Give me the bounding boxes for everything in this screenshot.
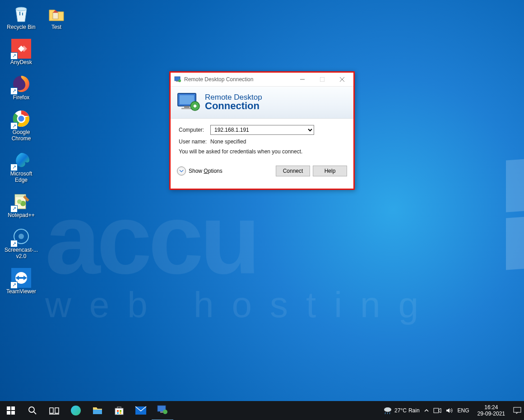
- shortcut-arrow-icon: ↗: [10, 52, 18, 60]
- connect-button[interactable]: Connect: [276, 166, 310, 176]
- help-button[interactable]: Help: [313, 166, 347, 176]
- svg-line-32: [34, 412, 36, 414]
- store-icon: [114, 405, 125, 416]
- dialog-titlebar[interactable]: Remote Desktop Connection: [171, 73, 353, 87]
- taskbar-app-rdc[interactable]: [152, 401, 173, 420]
- start-button[interactable]: [0, 401, 22, 420]
- svg-line-49: [387, 412, 388, 414]
- remote-desktop-connection-dialog: Remote Desktop Connection Remote Desktop…: [169, 71, 355, 190]
- taskbar-app-edge[interactable]: [65, 401, 87, 420]
- screencast-icon: ↗: [11, 226, 31, 246]
- taskbar-search-button[interactable]: [22, 401, 43, 420]
- desktop-icon-test-folder[interactable]: Test: [39, 4, 74, 31]
- rdc-icon: [157, 405, 168, 415]
- svg-rect-39: [117, 410, 119, 412]
- meet-now-icon: [433, 407, 441, 414]
- desktop-icon-screencast[interactable]: ↗ Screencast-... v2.0: [4, 226, 39, 260]
- svg-point-31: [29, 407, 34, 412]
- svg-rect-52: [514, 407, 521, 412]
- svg-line-48: [385, 412, 385, 414]
- svg-point-47: [384, 407, 391, 412]
- svg-rect-34: [55, 408, 59, 413]
- shortcut-arrow-icon: ↗: [10, 205, 18, 212]
- svg-rect-42: [120, 412, 121, 414]
- svg-rect-2: [22, 13, 23, 15]
- task-view-button[interactable]: [43, 401, 65, 420]
- svg-rect-51: [434, 408, 439, 413]
- tray-language[interactable]: ENG: [458, 407, 469, 414]
- system-tray: 27°C Rain ENG 16:24 29-09-2021: [380, 404, 524, 417]
- desktop-icon-teamviewer[interactable]: ↗ TeamViewer: [4, 268, 39, 295]
- dialog-actions: Show Options Connect Help: [171, 166, 353, 181]
- recycle-bin-icon: [11, 4, 31, 23]
- taskbar-app-mail[interactable]: [130, 401, 152, 420]
- computer-input[interactable]: 192.168.1.191: [210, 125, 314, 135]
- desktop-icon-label: Microsoft Edge: [10, 171, 32, 184]
- shortcut-arrow-icon: ↗: [10, 122, 18, 129]
- desktop-icon-edge[interactable]: ↗ Microsoft Edge: [4, 150, 39, 184]
- svg-rect-28: [11, 406, 15, 410]
- desktop-icon-label: Google Chrome: [12, 129, 31, 142]
- taskbar-app-store[interactable]: [108, 401, 130, 420]
- svg-rect-27: [7, 406, 10, 410]
- chevron-down-icon: [177, 166, 186, 175]
- username-label: User name:: [179, 138, 210, 145]
- shortcut-arrow-icon: ↗: [10, 240, 18, 247]
- show-options-toggle[interactable]: Show Options: [177, 166, 273, 175]
- svg-line-50: [390, 412, 390, 414]
- svg-rect-41: [117, 412, 119, 414]
- mail-icon: [135, 406, 147, 415]
- edge-icon: ↗: [11, 150, 31, 170]
- window-maximize-button[interactable]: [312, 73, 332, 86]
- desktop-icon-label: Firefox: [13, 95, 30, 101]
- svg-point-17: [178, 79, 181, 82]
- tray-meet-now[interactable]: [433, 407, 441, 414]
- desktop-icon-recycle-bin[interactable]: Recycle Bin: [4, 4, 39, 31]
- volume-icon: [446, 407, 453, 414]
- desktop-icon-label: Notepad++: [8, 212, 34, 219]
- window-minimize-button[interactable]: [292, 73, 312, 86]
- tray-volume[interactable]: [446, 407, 453, 414]
- weather-widget[interactable]: 27°C Rain: [383, 406, 420, 415]
- svg-point-10: [17, 199, 22, 204]
- tray-overflow-button[interactable]: [424, 408, 429, 413]
- tray-clock[interactable]: 16:24 29-09-2021: [474, 404, 509, 417]
- svg-point-6: [18, 115, 25, 122]
- svg-rect-19: [320, 77, 325, 82]
- language-label: ENG: [458, 407, 469, 414]
- taskbar: 27°C Rain ENG 16:24 29-09-2021: [0, 401, 524, 420]
- banner-line-2: Connection: [205, 100, 262, 112]
- svg-rect-40: [120, 410, 121, 412]
- desktop[interactable]: accu web hosting Recycle Bin Test ↗: [0, 0, 524, 420]
- svg-rect-14: [19, 277, 23, 279]
- desktop-icon-chrome[interactable]: ↗ Google Chrome: [4, 109, 39, 142]
- weather-condition: Rain: [408, 407, 420, 414]
- svg-rect-29: [7, 411, 10, 415]
- svg-rect-38: [115, 408, 123, 415]
- svg-point-46: [163, 410, 167, 414]
- windows-start-icon: [7, 406, 15, 415]
- taskbar-app-explorer[interactable]: [87, 401, 108, 420]
- username-value: None specified: [210, 138, 345, 145]
- chrome-icon: ↗: [11, 109, 31, 129]
- weather-icon: [383, 406, 393, 415]
- svg-rect-30: [11, 411, 15, 415]
- window-close-button[interactable]: [332, 73, 352, 86]
- credentials-hint: You will be asked for credentials when y…: [179, 148, 345, 155]
- dialog-title: Remote Desktop Connection: [184, 76, 292, 83]
- svg-point-36: [71, 406, 81, 415]
- svg-rect-1: [19, 12, 20, 15]
- notepadpp-icon: ↗: [11, 192, 31, 212]
- desktop-icon-notepadpp[interactable]: ↗ Notepad++: [4, 192, 39, 219]
- desktop-icon-anydesk[interactable]: ↗ AnyDesk: [4, 39, 39, 66]
- anydesk-icon: ↗: [11, 39, 31, 59]
- desktop-icon-firefox[interactable]: ↗ Firefox: [4, 74, 39, 101]
- tray-action-center[interactable]: [513, 407, 521, 414]
- rdc-titlebar-icon: [174, 76, 181, 83]
- file-explorer-icon: [92, 406, 103, 415]
- search-icon: [28, 406, 37, 415]
- firefox-icon: ↗: [11, 74, 31, 94]
- folder-icon: [46, 4, 66, 23]
- svg-rect-3: [53, 13, 58, 19]
- svg-rect-37: [93, 410, 102, 414]
